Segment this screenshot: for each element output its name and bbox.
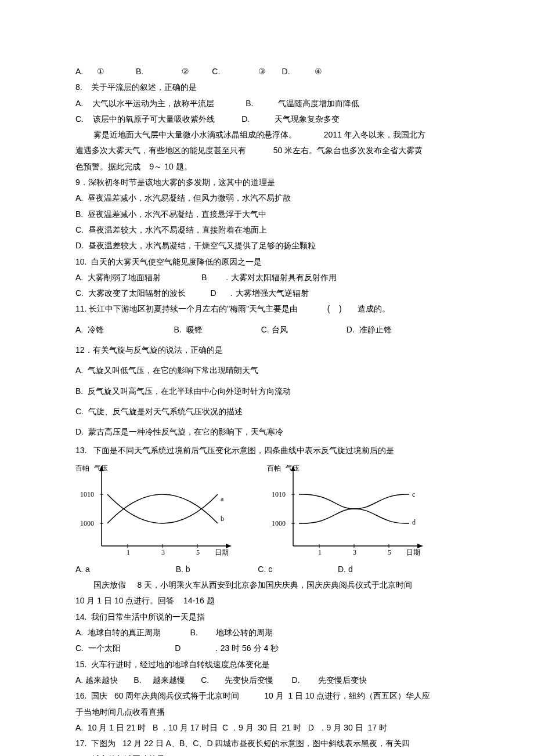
q8-stem: 8. 关于平流层的叙述，正确的是 <box>75 79 461 95</box>
svg-text:日期: 日期 <box>406 548 420 556</box>
svg-text:3: 3 <box>353 548 356 556</box>
svg-text:3: 3 <box>161 548 165 556</box>
q10-ab: A. 大雾削弱了地面辐射 B ．大雾对太阳辐射具有反射作用 <box>75 270 461 285</box>
q15-stem: 15. 火车行进时，经过地的地球自转线速度总体变化是 <box>75 657 461 672</box>
svg-text:百帕: 百帕 <box>267 464 281 472</box>
svg-text:气压: 气压 <box>286 464 300 472</box>
q12-d: D. 蒙古高压是一种冷性反气旋，在它的影响下，天气寒冷 <box>75 424 461 440</box>
svg-text:1010: 1010 <box>80 490 94 498</box>
svg-marker-22 <box>417 544 423 548</box>
pressure-chart-left: 百帕 气压 1010 1000 1 3 5 日期 a b <box>75 462 238 560</box>
svg-text:日期: 日期 <box>215 548 229 556</box>
q13-stem: 13. 下面是不同天气系统过境前后气压变化示意图，四条曲线中表示反气旋过境前后的… <box>75 443 461 458</box>
svg-text:b: b <box>221 515 224 523</box>
q15-opts: A. 越来越快 B. 越来越慢 C. 先变快后变慢 D. 先变慢后变快 <box>75 672 461 688</box>
svg-text:1: 1 <box>318 548 322 556</box>
pressure-chart-right: 百帕 气压 1010 1000 1 3 5 日期 c d <box>267 462 430 560</box>
q7-options: A. ① B. ② C. ③ D. ④ <box>75 64 461 79</box>
q9-a: A. 昼夜温差减小，水汽易凝结，但风力微弱，水汽不易扩散 <box>75 190 461 206</box>
q16-stem1: 16. 国庆 60 周年庆典阅兵仪式将于北京时间 10 月 1 日 10 点进行… <box>75 688 461 704</box>
q14-stem: 14. 我们日常生活中所说的一天是指 <box>75 609 461 625</box>
q9-b: B. 昼夜温差减小，水汽不易凝结，直接悬浮于大气中 <box>75 207 461 222</box>
q10-cd: C. 大雾改变了太阳辐射的波长 D ．大雾增强大气逆辐射 <box>75 285 461 301</box>
q17-stem2: 城市的叙述正确的是 <box>75 751 461 756</box>
exam-page: A. ① B. ② C. ③ D. ④ 8. 关于平流层的叙述，正确的是 A. … <box>0 0 534 756</box>
svg-text:1: 1 <box>127 548 130 556</box>
q12-a: A. 气旋又叫低气压，在它的影响下常出现晴朗天气 <box>75 363 461 378</box>
svg-text:c: c <box>412 490 415 498</box>
q9-c: C. 昼夜温差较大，水汽不易凝结，直接附着在地面上 <box>75 222 461 238</box>
svg-text:5: 5 <box>196 548 200 556</box>
svg-text:1000: 1000 <box>272 519 286 527</box>
svg-text:a: a <box>221 495 224 503</box>
q17-stem1: 17. 下图为 12 月 22 日 A、B、C、D 四城市昼夜长短的示意图，图中… <box>75 736 461 751</box>
q13-opts: A. a B. b C. c D. d <box>75 562 461 577</box>
svg-text:1000: 1000 <box>80 519 94 527</box>
svg-text:1010: 1010 <box>272 490 286 498</box>
q9-d: D. 昼夜温差较大，水汽易凝结，干燥空气又提供了足够的扬尘颗粒 <box>75 238 461 254</box>
svg-text:d: d <box>412 518 416 526</box>
q14-cd: C. 一个太阳 D ．23 时 56 分 4 秒 <box>75 641 461 656</box>
q12-b: B. 反气旋又叫高气压，在北半球由中心向外逆时针方向流动 <box>75 384 461 399</box>
q11-stem: 11. 长江中下游地区初夏持续一个月左右的"梅雨"天气主要是由 ( ) 造成的。 <box>75 301 461 317</box>
q14-ab: A. 地球自转的真正周期 B. 地球公转的周期 <box>75 625 461 641</box>
q10-stem: 10. 白天的大雾天气使空气能见度降低的原因之一是 <box>75 254 461 270</box>
svg-marker-3 <box>226 544 232 548</box>
q11-opts: A. 冷锋 B. 暖锋 C. 台风 D. 准静止锋 <box>75 322 461 338</box>
fog-intro-line1: 雾是近地面大气层中大量微小水滴或冰晶组成的悬浮体。 2011 年入冬以来，我国北… <box>75 127 461 143</box>
nq-intro2: 10 月 1 日 10 点进行。回答 14-16 题 <box>75 593 461 609</box>
q13-figure: 百帕 气压 1010 1000 1 3 5 日期 a b <box>75 462 461 560</box>
q8-opts-ab: A. 大气以水平运动为主，故称平流层 B. 气温随高度增加而降低 <box>75 96 461 111</box>
fog-intro-line3: 色预警。据此完成 9～ 10 题。 <box>75 159 461 175</box>
nq-intro1: 国庆放假 8 天，小明乘火车从西安到北京参加国庆庆典，国庆庆典阅兵仪式于北京时间 <box>75 577 461 593</box>
q9-stem: 9．深秋初冬时节是该地大雾的多发期，这其中的道理是 <box>75 175 461 190</box>
q12-stem: 12．有关气旋与反气旋的说法，正确的是 <box>75 342 461 358</box>
q12-c: C. 气旋、反气旋是对天气系统气压状况的描述 <box>75 404 461 419</box>
svg-text:百帕: 百帕 <box>75 464 89 472</box>
svg-text:5: 5 <box>388 548 391 556</box>
q16-opts: A. 10 月 1 日 21 时 B ．10 月 17 时日 C ．9 月 30… <box>75 720 461 736</box>
q16-stem2: 于当地时间几点收看直播 <box>75 704 461 720</box>
svg-text:气压: 气压 <box>94 464 108 472</box>
fog-intro-line2: 遭遇多次大雾天气，有些地区的能见度甚至只有 50 米左右。气象台也多次发布全省大… <box>75 143 461 158</box>
q8-opts-cd: C. 该层中的氧原子可大量吸收紫外线 D. 天气现象复杂多变 <box>75 111 461 127</box>
